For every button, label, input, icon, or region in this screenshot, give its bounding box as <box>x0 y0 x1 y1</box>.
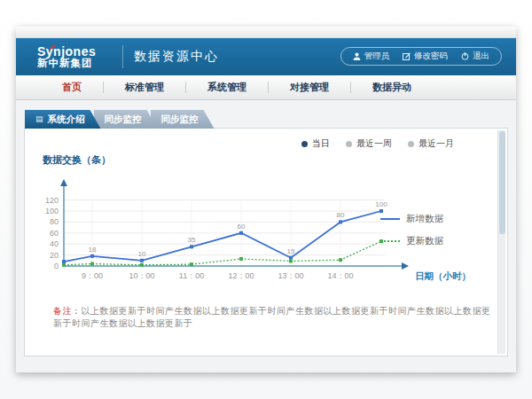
legend-label: 更新数据 <box>406 235 443 247</box>
logo-text-cn: 新中新集团 <box>37 58 112 68</box>
svg-text:13：00: 13：00 <box>278 271 303 280</box>
main-nav: 首页 标准管理 系统管理 对接管理 数据异动 <box>16 75 516 100</box>
footnote-prefix: 备注： <box>53 306 82 316</box>
nav-item-system-mgmt[interactable]: 系统管理 <box>186 81 268 94</box>
svg-text:0: 0 <box>54 262 59 270</box>
filter-label: 最近一月 <box>419 137 454 150</box>
svg-text:9：00: 9：00 <box>82 271 103 280</box>
svg-text:100: 100 <box>375 200 387 208</box>
chart-panel: 当日 最近一周 最近一月 数据交换（条） 0204060801001209：00… <box>24 128 508 356</box>
filter-last-week[interactable]: 最近一周 <box>346 137 392 150</box>
svg-text:日期（小时）: 日期（小时） <box>415 270 471 282</box>
legend-item-update-data: 更新数据 <box>380 235 443 247</box>
legend-item-new-data: 新增数据 <box>380 213 443 225</box>
logo: Synjones 新中新集团 <box>37 45 112 69</box>
radio-icon <box>408 141 414 147</box>
app-window: Synjones 新中新集团 数据资源中心 管理员 修改密码 <box>16 27 516 372</box>
svg-text:80: 80 <box>50 217 59 226</box>
nav-item-data-change[interactable]: 数据异动 <box>351 81 433 94</box>
svg-text:10: 10 <box>138 250 146 258</box>
nav-item-standard-mgmt[interactable]: 标准管理 <box>104 81 185 94</box>
tab-sync-monitor-2[interactable]: 同步监控 <box>151 110 215 129</box>
tab-sync-monitor-1[interactable]: 同步监控 <box>94 110 158 129</box>
footnote-text: 以上数据更新于时间产生数据以上数据更新于时间产生数据以上数据更新于时间产生数据以… <box>53 306 491 328</box>
svg-text:60: 60 <box>50 229 59 238</box>
change-password-button[interactable]: 修改密码 <box>403 51 448 62</box>
svg-text:11：00: 11：00 <box>179 271 204 280</box>
person-icon <box>353 52 361 60</box>
edit-icon <box>403 52 411 60</box>
blue-line-swatch <box>380 218 400 220</box>
user-name-label: 管理员 <box>364 51 390 62</box>
footnote: 备注：以上数据更新于时间产生数据以上数据更新于时间产生数据以上数据更新于时间产生… <box>53 305 498 330</box>
logo-text-en: Synjones <box>37 45 112 59</box>
svg-text:60: 60 <box>238 223 246 231</box>
svg-text:18: 18 <box>89 246 97 254</box>
svg-text:20: 20 <box>50 251 59 260</box>
y-axis-title: 数据交换（条） <box>43 153 498 167</box>
nav-item-interface-mgmt[interactable]: 对接管理 <box>269 81 350 94</box>
user-controls: 管理员 修改密码 退出 <box>340 47 503 66</box>
logout-button[interactable]: 退出 <box>461 51 489 62</box>
change-password-label: 修改密码 <box>414 51 448 62</box>
page-background: Synjones 新中新集团 数据资源中心 管理员 修改密码 <box>0 0 532 399</box>
radio-icon <box>346 141 352 147</box>
time-filter-group: 当日 最近一周 最近一月 <box>32 137 454 150</box>
filter-label: 最近一周 <box>356 137 392 150</box>
chart-container: 0204060801001209：0010：0011：0012：0013：001… <box>37 167 498 296</box>
svg-text:35: 35 <box>188 236 196 244</box>
app-title: 数据资源中心 <box>134 49 219 65</box>
logout-label: 退出 <box>473 51 489 62</box>
tab-label: 同步监控 <box>105 113 142 126</box>
filter-label: 当日 <box>312 137 330 150</box>
document-icon: ▤ <box>35 115 43 123</box>
svg-text:120: 120 <box>45 196 59 205</box>
nav-item-home[interactable]: 首页 <box>41 81 103 94</box>
svg-text:15: 15 <box>287 247 295 255</box>
app-header: Synjones 新中新集团 数据资源中心 管理员 修改密码 <box>16 38 516 75</box>
power-icon <box>461 52 469 60</box>
tab-system-intro[interactable]: ▤ 系统介绍 <box>25 110 101 129</box>
scrollbar-thumb[interactable] <box>499 131 505 234</box>
svg-text:10：00: 10：00 <box>129 271 154 280</box>
filter-last-month[interactable]: 最近一月 <box>408 137 454 150</box>
legend-label: 新增数据 <box>406 213 443 225</box>
filter-today[interactable]: 当日 <box>301 137 330 150</box>
header-divider <box>122 45 123 68</box>
content-area: ▤ 系统介绍 同步监控 同步监控 当日 <box>16 100 516 356</box>
window-top-strip <box>16 27 516 38</box>
radio-icon <box>301 141 308 147</box>
svg-text:40: 40 <box>50 239 59 248</box>
svg-text:100: 100 <box>45 207 59 215</box>
svg-text:12：00: 12：00 <box>228 271 254 280</box>
svg-text:14：00: 14：00 <box>327 271 353 280</box>
svg-text:80: 80 <box>337 211 345 219</box>
green-line-swatch <box>380 240 400 242</box>
tab-label: 系统介绍 <box>48 113 85 126</box>
scrollbar-track[interactable] <box>497 130 505 354</box>
user-menu[interactable]: 管理员 <box>353 51 390 62</box>
tab-bar: ▤ 系统介绍 同步监控 同步监控 <box>25 110 508 129</box>
chart-legend: 新增数据 更新数据 <box>380 213 443 247</box>
tab-label: 同步监控 <box>161 113 199 126</box>
